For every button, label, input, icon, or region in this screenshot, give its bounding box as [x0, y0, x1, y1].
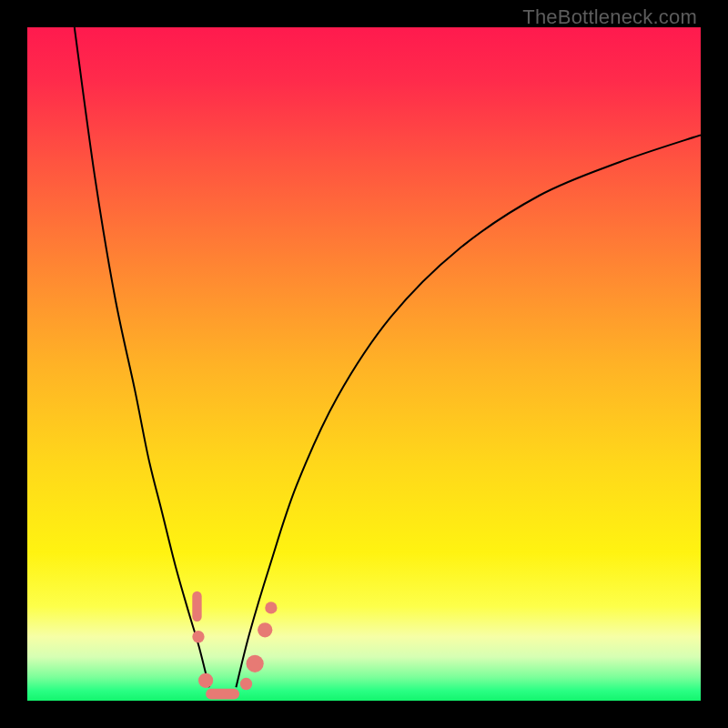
plot-frame — [27, 27, 701, 701]
data-marker — [240, 678, 252, 690]
data-marker — [198, 673, 213, 688]
data-marker — [265, 602, 277, 613]
marker-layer — [192, 592, 277, 700]
watermark-text: TheBottleneck.com — [522, 5, 697, 29]
data-marker — [258, 622, 272, 637]
data-marker — [247, 655, 264, 672]
data-marker — [192, 592, 201, 622]
plot-svg — [27, 27, 701, 701]
right-curve — [236, 135, 701, 687]
left-curve — [75, 27, 209, 687]
data-marker — [206, 689, 239, 700]
data-marker — [192, 631, 204, 642]
